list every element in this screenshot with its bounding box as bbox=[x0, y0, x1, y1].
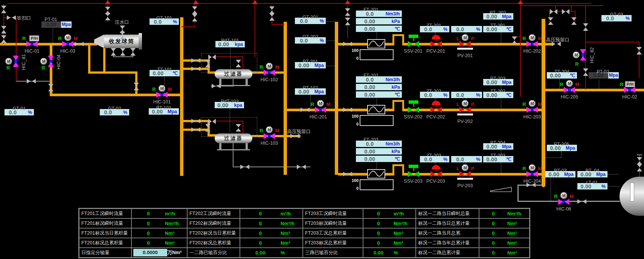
status-letter-r: R bbox=[575, 62, 578, 67]
motor-center bbox=[531, 108, 534, 111]
filter-vessel: 过滤器 bbox=[215, 69, 252, 79]
triangle-shape bbox=[197, 119, 200, 123]
table-value: 0 bbox=[363, 211, 394, 217]
triangle-shape bbox=[205, 124, 211, 127]
valve-pv201[interactable] bbox=[459, 41, 471, 47]
display-value: 0.0 bbox=[358, 11, 382, 17]
triangle-shape bbox=[583, 73, 588, 76]
display-zt201-2: 0.0% bbox=[451, 26, 482, 32]
check-valve-icon bbox=[343, 108, 352, 112]
triangle-shape bbox=[459, 41, 464, 47]
status-letter-m: M bbox=[275, 65, 279, 70]
status-letter-p: P bbox=[471, 102, 475, 107]
valve-ssv202[interactable] bbox=[408, 107, 419, 113]
status-letter-m: M bbox=[538, 166, 542, 171]
valve-hic203[interactable] bbox=[526, 107, 538, 113]
tag-label: GT-01 bbox=[13, 106, 26, 111]
stem bbox=[436, 105, 437, 107]
triangle-shape bbox=[532, 183, 536, 187]
valve-pcv202[interactable] bbox=[430, 107, 442, 113]
pipe-segment bbox=[88, 71, 137, 74]
table-value: 0 bbox=[240, 221, 281, 226]
valve-hic03[interactable] bbox=[62, 41, 73, 47]
motor-indicator-icon: M bbox=[529, 34, 536, 41]
gauge-line bbox=[360, 117, 361, 126]
valve-hic102[interactable] bbox=[264, 70, 275, 76]
table-label: FT201工况瞬时流量 bbox=[81, 211, 123, 217]
display-unit: ℃ bbox=[499, 26, 511, 32]
triangle-shape bbox=[269, 17, 275, 21]
motor-indicator-icon: M bbox=[529, 100, 536, 107]
gauge-max-label: 100 bbox=[346, 48, 359, 53]
motor-indicator-icon: M bbox=[560, 192, 568, 199]
triangle-shape bbox=[583, 68, 588, 72]
display-ft202-temp: 0.00℃ bbox=[356, 91, 402, 98]
valve-hic81[interactable] bbox=[13, 56, 19, 67]
triangle-shape bbox=[414, 171, 419, 177]
triangle-shape bbox=[571, 17, 577, 21]
valve-hic06[interactable] bbox=[558, 199, 569, 205]
manual-valve-icon bbox=[550, 9, 557, 14]
check-valve-icon bbox=[191, 58, 200, 63]
table-label: FT202标况当日累积量 bbox=[189, 230, 236, 236]
flare-arrow-icon bbox=[252, 0, 258, 4]
display-value: 0.00 bbox=[358, 156, 382, 162]
valve-pcv201[interactable] bbox=[430, 41, 442, 47]
valve-hic101[interactable] bbox=[156, 92, 168, 98]
triangle-shape bbox=[48, 84, 53, 87]
valve-hic201[interactable] bbox=[315, 107, 326, 113]
triangle-shape bbox=[1, 35, 6, 39]
valve-hic202[interactable] bbox=[526, 41, 538, 47]
status-letter-r: R bbox=[58, 36, 61, 41]
table-label: FT201标况总累积量 bbox=[81, 240, 123, 246]
triangle-shape bbox=[105, 13, 110, 16]
table-value: 0 bbox=[132, 211, 165, 217]
display-unit: Mpa bbox=[61, 21, 72, 28]
tag-label: PdT-102 bbox=[221, 99, 238, 104]
motor-center bbox=[49, 60, 52, 63]
valve-hic82[interactable] bbox=[580, 49, 586, 61]
triangle-shape bbox=[348, 42, 352, 46]
signal-line bbox=[230, 109, 230, 132]
manual-valve-icon bbox=[637, 164, 642, 171]
table-value-cell: 0Nm³ bbox=[363, 228, 416, 238]
status-letter-r: R bbox=[41, 65, 45, 70]
pipe-segment bbox=[287, 109, 335, 111]
signal-line bbox=[164, 77, 165, 94]
valve-pcv203[interactable] bbox=[430, 171, 442, 177]
valve-pv203[interactable] bbox=[459, 171, 471, 177]
table-value: 0 bbox=[479, 230, 507, 236]
manual-valve-icon bbox=[236, 60, 241, 67]
table-label-cell: FT203工况总累积量 bbox=[303, 228, 363, 238]
stem bbox=[413, 104, 414, 107]
tag-label: GT-02 bbox=[108, 106, 121, 111]
triangle-shape bbox=[526, 183, 530, 187]
stem bbox=[413, 38, 414, 41]
pipe-header bbox=[542, 19, 545, 187]
table-label-cell: FT203标况瞬时流量 bbox=[303, 218, 363, 228]
tag-label: PdT-101 bbox=[221, 38, 239, 43]
drain-line bbox=[246, 79, 248, 85]
valve-hic205[interactable] bbox=[564, 87, 575, 93]
table-label: 标况一二路当年总累计量 bbox=[418, 240, 470, 246]
triangle-shape bbox=[236, 64, 241, 67]
valve-hic103[interactable] bbox=[264, 133, 275, 139]
triangle-shape bbox=[430, 41, 435, 47]
valve-ssv203[interactable] bbox=[408, 171, 419, 177]
tag-label: 注水口 bbox=[115, 20, 129, 25]
valve-ssv201[interactable] bbox=[408, 41, 419, 47]
valve-hic04[interactable] bbox=[48, 56, 54, 67]
gauge-max-label: 100 bbox=[346, 178, 359, 183]
status-letter-p: P bbox=[471, 36, 475, 41]
manual-valve-icon bbox=[1, 26, 6, 33]
daily-quota-input[interactable]: 0.0000 bbox=[133, 249, 167, 256]
valve-hic204[interactable] bbox=[526, 171, 538, 177]
valve-hic02[interactable] bbox=[624, 87, 635, 93]
drain-line bbox=[113, 56, 133, 57]
triangle-shape bbox=[197, 58, 200, 63]
tag-label: HIC-103 bbox=[261, 141, 278, 146]
valve-pv202[interactable] bbox=[459, 107, 471, 113]
valve-hic01[interactable] bbox=[26, 41, 38, 47]
triangle-shape bbox=[1, 26, 6, 29]
tag-label: HIC-101 bbox=[153, 99, 171, 105]
